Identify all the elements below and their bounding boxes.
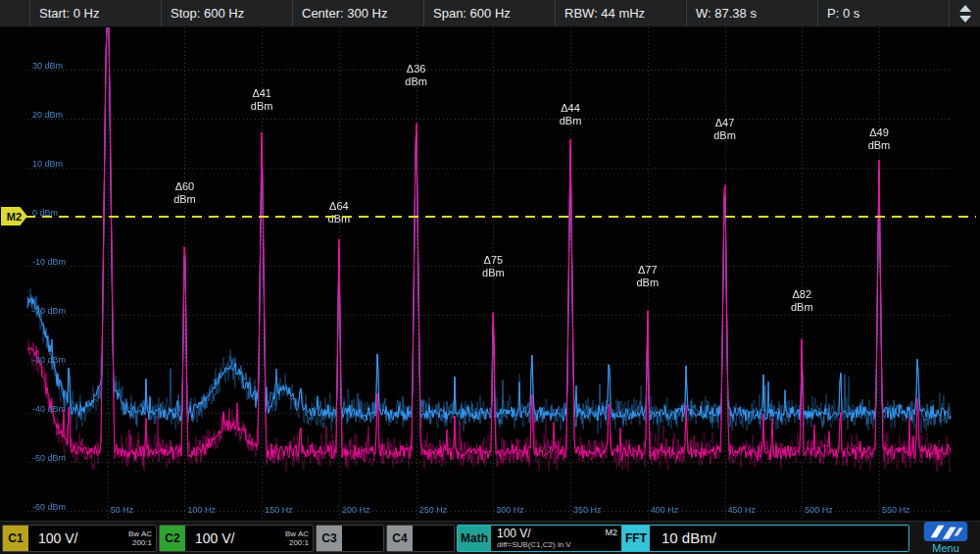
delta-marker-450hz: Δ47dBm bbox=[713, 117, 736, 142]
topbar-scroll bbox=[950, 0, 980, 26]
setting-window[interactable]: W: 87.38 s bbox=[687, 0, 818, 26]
spectrum-settings-bar: Start: 0 Hz Stop: 600 Hz Center: 300 Hz … bbox=[0, 0, 980, 27]
scroll-up-icon[interactable] bbox=[959, 5, 971, 12]
c3-badge: C3 bbox=[317, 526, 342, 551]
delta-marker-200hz: Δ64dBm bbox=[328, 200, 351, 226]
math-definition: diff=SUB(C1,C2) in V bbox=[497, 540, 571, 549]
setting-position[interactable]: P: 0 s bbox=[818, 0, 950, 26]
setting-span[interactable]: Span: 600 Hz bbox=[424, 0, 556, 26]
channel-c3[interactable]: C3 bbox=[316, 525, 384, 552]
delta-marker-550hz: Δ49dBm bbox=[868, 126, 891, 152]
x-tick-label: 300 Hz bbox=[496, 505, 524, 515]
delta-marker-100hz: Δ60dBm bbox=[173, 180, 196, 206]
delta-marker-300hz: Δ75dBm bbox=[482, 254, 505, 279]
oscilloscope-screen: Start: 0 Hz Stop: 600 Hz Center: 300 Hz … bbox=[0, 0, 980, 554]
c1-scale: 100 V/ bbox=[38, 530, 77, 546]
math-settings: 100 V/ diff=SUB(C1,C2) in V bbox=[497, 528, 571, 549]
math-marker-ref: M2 bbox=[605, 526, 617, 537]
y-tick-label: 20 dBm bbox=[32, 110, 63, 120]
c1-badge: C1 bbox=[3, 526, 28, 551]
c2-scale: 100 V/ bbox=[195, 530, 234, 546]
delta-marker-500hz: Δ82dBm bbox=[791, 288, 813, 314]
channel-bar: C1 100 V/ Bw AC 200:1 C2 100 V/ Bw AC 20… bbox=[0, 521, 980, 554]
x-tick-label: 350 Hz bbox=[573, 505, 602, 515]
c2-details: Bw AC 200:1 bbox=[285, 529, 309, 547]
y-tick-label: -20 dBm bbox=[32, 306, 66, 316]
y-tick-label: -30 dBm bbox=[32, 355, 66, 365]
rs-logo-icon bbox=[923, 521, 968, 542]
math-fft-group: Math 100 V/ diff=SUB(C1,C2) in V M2 FFT … bbox=[457, 525, 909, 552]
x-tick-label: 250 Hz bbox=[419, 505, 448, 515]
x-tick-label: 200 Hz bbox=[342, 505, 370, 515]
delta-marker-400hz: Δ77dBm bbox=[636, 264, 659, 289]
x-tick-label: 100 Hz bbox=[187, 505, 216, 515]
menu-label[interactable]: Menu bbox=[932, 542, 959, 554]
setting-rbw[interactable]: RBW: 44 mHz bbox=[556, 0, 687, 26]
fft-channel[interactable]: FFT 10 dBm/ bbox=[622, 526, 908, 551]
menu-area[interactable]: Menu bbox=[915, 523, 976, 554]
setting-start[interactable]: Start: 0 Hz bbox=[30, 0, 162, 26]
c1-details: Bw AC 200:1 bbox=[128, 529, 152, 547]
channel-c1[interactable]: C1 100 V/ Bw AC 200:1 bbox=[2, 525, 157, 552]
fft-scale: 10 dBm/ bbox=[662, 529, 716, 546]
y-tick-label: 10 dBm bbox=[32, 159, 63, 169]
c2-coupling: Bw AC bbox=[285, 529, 309, 538]
setting-stop[interactable]: Stop: 600 Hz bbox=[162, 0, 293, 26]
c1-coupling: Bw AC bbox=[128, 529, 152, 538]
y-tick-label: -40 dBm bbox=[32, 404, 66, 414]
delta-marker-150hz: Δ41dBm bbox=[251, 87, 273, 113]
x-tick-label: 450 Hz bbox=[728, 505, 757, 515]
plot-area[interactable]: 30 dBm20 dBm10 dBm0 dBm-10 dBm-20 dBm-30… bbox=[0, 27, 980, 521]
math-scale: 100 V/ bbox=[497, 528, 571, 540]
c1-probe: 200:1 bbox=[132, 538, 152, 547]
c2-probe: 200:1 bbox=[289, 538, 309, 547]
x-tick-label: 500 Hz bbox=[805, 505, 833, 515]
y-tick-label: 30 dBm bbox=[32, 61, 63, 71]
scroll-down-icon[interactable] bbox=[959, 16, 971, 23]
channel-c2[interactable]: C2 100 V/ Bw AC 200:1 bbox=[159, 525, 314, 552]
y-tick-label: -50 dBm bbox=[32, 453, 66, 463]
channel-c4[interactable]: C4 bbox=[386, 525, 455, 552]
math-badge: Math bbox=[458, 526, 491, 551]
c2-badge: C2 bbox=[160, 526, 185, 551]
y-tick-label: -60 dBm bbox=[32, 502, 66, 512]
m2-marker-line[interactable] bbox=[25, 216, 976, 218]
x-tick-label: 150 Hz bbox=[265, 505, 293, 515]
delta-marker-350hz: Δ44dBm bbox=[560, 102, 582, 127]
x-tick-label: 400 Hz bbox=[651, 505, 679, 515]
fft-badge: FFT bbox=[622, 526, 650, 551]
x-tick-label: 50 Hz bbox=[111, 505, 134, 515]
topbar-spacer bbox=[0, 0, 30, 26]
math-channel[interactable]: Math 100 V/ diff=SUB(C1,C2) in V M2 bbox=[458, 526, 622, 551]
setting-center[interactable]: Center: 300 Hz bbox=[293, 0, 424, 26]
c4-badge: C4 bbox=[387, 526, 413, 551]
x-tick-label: 550 Hz bbox=[882, 505, 910, 515]
delta-marker-250hz: Δ36dBm bbox=[405, 63, 427, 88]
y-tick-label: -10 dBm bbox=[32, 257, 66, 267]
